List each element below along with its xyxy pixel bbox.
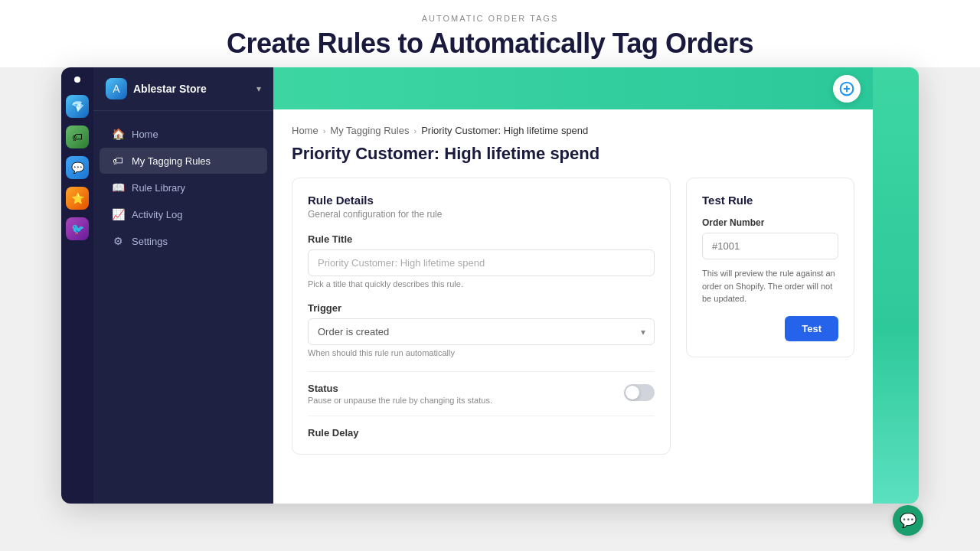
sidebar-nav: 🏠 Home 🏷 My Tagging Rules 📖 Rule Library… xyxy=(93,111,273,504)
chevron-down-icon: ▾ xyxy=(256,83,261,94)
rail-icon-5[interactable]: 🐦 xyxy=(66,217,89,240)
sidebar: A Ablestar Store ▾ 🏠 Home 🏷 My Tagging R… xyxy=(93,67,273,504)
rule-delay-label: Rule Delay xyxy=(308,427,655,439)
sidebar-item-label: Settings xyxy=(132,236,168,247)
sidebar-item-home[interactable]: 🏠 Home xyxy=(100,121,267,147)
test-button[interactable]: Test xyxy=(785,316,838,341)
rail-icon-4[interactable]: ⭐ xyxy=(66,187,89,210)
rule-details-card: Rule Details General configuration for t… xyxy=(292,178,671,455)
order-number-input[interactable] xyxy=(702,233,838,259)
app-header xyxy=(273,67,873,109)
sidebar-item-label: Rule Library xyxy=(132,182,185,194)
trigger-field-group: Trigger Order is created ▾ When should t… xyxy=(308,302,655,357)
rule-title-field-group: Rule Title Pick a title that quickly des… xyxy=(308,233,655,289)
sidebar-item-activity-log[interactable]: 📈 Activity Log xyxy=(100,201,267,227)
tag-icon: 🏷 xyxy=(112,155,124,167)
rule-title-label: Rule Title xyxy=(308,233,655,245)
rail-icon-3[interactable]: 💬 xyxy=(66,156,89,179)
sidebar-item-settings[interactable]: ⚙ Settings xyxy=(100,228,267,254)
store-name: Ablestar Store xyxy=(133,83,250,95)
icon-rail: 💎 🏷 💬 ⭐ 🐦 xyxy=(61,67,93,504)
test-rule-card: Test Rule Order Number This will preview… xyxy=(686,178,854,357)
sidebar-item-label: Activity Log xyxy=(132,209,182,220)
trigger-hint: When should this rule run automatically xyxy=(308,348,655,357)
breadcrumb-home[interactable]: Home xyxy=(292,125,318,136)
content-body: Home › My Tagging Rules › Priority Custo… xyxy=(273,109,873,504)
home-icon: 🏠 xyxy=(112,128,124,140)
sidebar-item-my-tagging-rules[interactable]: 🏷 My Tagging Rules xyxy=(100,148,267,174)
gear-icon: ⚙ xyxy=(112,235,124,247)
main-area: Home › My Tagging Rules › Priority Custo… xyxy=(273,67,873,504)
card-subtitle: General configuration for the rule xyxy=(308,209,655,220)
rail-icon-2[interactable]: 🏷 xyxy=(66,126,89,148)
breadcrumb-sep-2: › xyxy=(413,126,416,135)
app-label: AUTOMATIC ORDER TAGS xyxy=(0,14,980,23)
app-window: 💎 🏷 💬 ⭐ 🐦 A Ablestar Store ▾ 🏠 Home 🏷 My… xyxy=(61,67,919,504)
status-row: Status Pause or unpause the rule by chan… xyxy=(308,371,655,416)
chat-button[interactable]: 💬 xyxy=(893,505,923,536)
rule-title-hint: Pick a title that quickly describes this… xyxy=(308,279,655,289)
rule-title-input[interactable] xyxy=(308,249,655,276)
page-heading: Priority Customer: High lifetime spend xyxy=(292,144,854,164)
test-card-title: Test Rule xyxy=(702,194,838,207)
order-number-label: Order Number xyxy=(702,217,838,228)
right-accent-panel: › xyxy=(873,67,919,504)
chart-icon: 📈 xyxy=(112,208,124,220)
breadcrumb-current: Priority Customer: High lifetime spend xyxy=(421,125,588,136)
trigger-select[interactable]: Order is created xyxy=(308,318,655,345)
window-dot xyxy=(74,77,80,83)
status-toggle[interactable] xyxy=(624,384,655,401)
card-title: Rule Details xyxy=(308,194,655,207)
breadcrumb-my-tagging-rules[interactable]: My Tagging Rules xyxy=(330,125,409,136)
breadcrumb-sep-1: › xyxy=(323,126,326,135)
top-banner: AUTOMATIC ORDER TAGS Create Rules to Aut… xyxy=(0,0,980,67)
status-desc: Pause or unpause the rule by changing it… xyxy=(308,396,492,405)
main-title: Create Rules to Automatically Tag Orders xyxy=(0,28,980,60)
sidebar-item-label: My Tagging Rules xyxy=(132,155,211,167)
book-icon: 📖 xyxy=(112,181,124,194)
rail-icon-1[interactable]: 💎 xyxy=(66,95,89,118)
trigger-label: Trigger xyxy=(308,302,655,314)
status-label: Status xyxy=(308,383,492,394)
content-columns: Rule Details General configuration for t… xyxy=(292,178,854,455)
sidebar-item-label: Home xyxy=(132,129,158,140)
sidebar-header[interactable]: A Ablestar Store ▾ xyxy=(93,67,273,111)
breadcrumb: Home › My Tagging Rules › Priority Custo… xyxy=(292,125,854,136)
test-hint: This will preview the rule against an or… xyxy=(702,267,838,305)
sidebar-item-rule-library[interactable]: 📖 Rule Library xyxy=(100,174,267,201)
header-action-button[interactable] xyxy=(833,75,861,103)
sidebar-logo: A xyxy=(106,78,127,99)
rule-delay-row: Rule Delay xyxy=(308,416,655,439)
status-info: Status Pause or unpause the rule by chan… xyxy=(308,383,492,405)
trigger-select-wrapper: Order is created ▾ xyxy=(308,318,655,345)
